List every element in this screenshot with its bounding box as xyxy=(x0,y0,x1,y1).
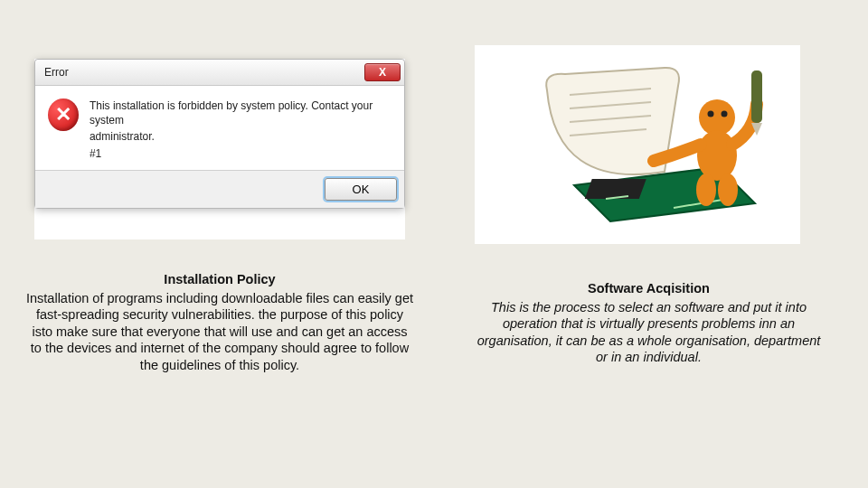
acquisition-illustration xyxy=(475,45,800,244)
installation-policy-text: Installation Policy Installation of prog… xyxy=(25,271,414,373)
close-button[interactable]: X xyxy=(364,63,401,81)
close-icon: X xyxy=(379,66,386,79)
error-icon-glyph: ✕ xyxy=(55,103,71,127)
installation-policy-heading: Installation Policy xyxy=(25,271,414,288)
svg-point-9 xyxy=(697,130,737,181)
svg-point-15 xyxy=(718,174,738,206)
acquisition-svg xyxy=(493,54,782,235)
installation-policy-body: Installation of programs including downl… xyxy=(25,290,414,374)
svg-rect-12 xyxy=(751,70,762,123)
svg-rect-1 xyxy=(585,179,646,199)
software-acquisition-text: Software Acqisition This is the process … xyxy=(470,280,827,366)
dialog-titlebar: Error X xyxy=(35,60,404,86)
software-acquisition-heading: Software Acqisition xyxy=(470,280,827,297)
software-acquisition-body: This is the process to select an softwar… xyxy=(470,299,827,366)
error-dialog-image: Error X ✕ This installation is forbidden… xyxy=(34,59,405,239)
slide: Error X ✕ This installation is forbidden… xyxy=(0,0,868,488)
dialog-body: ✕ This installation is forbidden by syst… xyxy=(35,86,404,170)
error-icon: ✕ xyxy=(48,99,79,131)
svg-point-14 xyxy=(696,174,716,206)
dialog-message-line1: This installation is forbidden by system… xyxy=(90,99,392,127)
dialog-message-line3: #1 xyxy=(90,146,392,161)
ok-button[interactable]: OK xyxy=(325,178,397,201)
svg-point-10 xyxy=(708,111,714,117)
dialog-message: This installation is forbidden by system… xyxy=(90,99,392,161)
svg-point-11 xyxy=(722,111,728,117)
error-dialog: Error X ✕ This installation is forbidden… xyxy=(34,59,405,209)
dialog-title: Error xyxy=(44,66,69,79)
dialog-footer: OK xyxy=(35,170,404,208)
dialog-message-line2: administrator. xyxy=(90,129,392,144)
